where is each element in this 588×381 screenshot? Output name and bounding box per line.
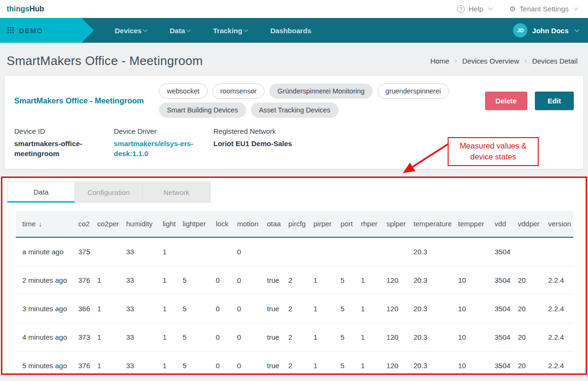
table-cell-vdd: 3504 xyxy=(488,295,511,323)
table-cell-tempper xyxy=(451,237,488,266)
breadcrumb-item-devices-overview[interactable]: Devices Overview xyxy=(462,57,519,65)
table-cell-lock xyxy=(209,237,230,266)
column-header-version[interactable]: version xyxy=(542,211,573,237)
device-tag-asset-tracking-devices[interactable]: Asset Tracking Devices xyxy=(251,102,339,118)
table-cell-pircfg: 2 xyxy=(282,323,307,352)
table-cell-vdd: 3504 xyxy=(488,237,511,266)
column-header-pircfg[interactable]: pircfg xyxy=(282,211,307,237)
table-cell-co2per: 1 xyxy=(91,266,119,295)
main-navbar: DEMO DevicesDataTrackingDashboards JD Jo… xyxy=(0,18,588,43)
device-name: SmartMakers Office - Meetingroom xyxy=(14,95,159,106)
breadcrumb-item-devices-detail[interactable]: Devices Detail xyxy=(532,57,578,65)
tenant-settings-label: Tenant Settings xyxy=(520,5,569,13)
table-cell-humidity: 33 xyxy=(119,266,156,295)
column-header-lightper[interactable]: lightper xyxy=(176,211,209,237)
device-tag-roomsensor[interactable]: roomsensor xyxy=(212,84,265,99)
column-header-co2per[interactable]: co2per xyxy=(91,211,119,237)
column-header-otaa[interactable]: otaa xyxy=(260,211,282,237)
column-header-splper[interactable]: splper xyxy=(380,211,407,237)
tab-network[interactable]: Network xyxy=(143,182,211,203)
breadcrumb-item-home[interactable]: Home xyxy=(430,57,449,65)
app-logo[interactable]: thingsHub xyxy=(7,5,44,13)
user-menu[interactable]: JD John Docs xyxy=(513,23,579,37)
table-cell-lightper: 5 xyxy=(176,266,209,295)
nav-item-devices[interactable]: Devices xyxy=(115,27,147,35)
column-header-humidity[interactable]: humidity xyxy=(119,211,156,237)
chevron-down-icon xyxy=(488,6,493,10)
column-header-port[interactable]: port xyxy=(334,211,354,237)
table-cell-lock: 0 xyxy=(209,323,230,352)
table-cell-co2: 373 xyxy=(72,323,91,352)
annotation-callout: Measured values & device states xyxy=(448,137,539,166)
column-header-lock[interactable]: lock xyxy=(209,211,230,237)
measurements-table: time↓co2co2perhumiditylightlightperlockm… xyxy=(16,211,573,375)
device-tag-gr-nderspinnerei-monitoring[interactable]: Gründerspinnerei Monitoring xyxy=(269,84,373,99)
nav-item-data[interactable]: Data xyxy=(170,27,191,35)
column-header-co2[interactable]: co2 xyxy=(72,211,91,237)
column-header-vdd[interactable]: vdd xyxy=(488,211,511,237)
table-cell-time: 3 minutes ago xyxy=(16,295,72,323)
column-header-vddper[interactable]: vddper xyxy=(511,211,542,237)
device-tag-websocket[interactable]: websocket xyxy=(159,84,208,99)
table-cell-vddper: 20 xyxy=(511,266,542,295)
help-menu[interactable]: ? Help xyxy=(457,5,492,13)
device-field-device-id: Device IDsmartmakers-office-meetingroom xyxy=(14,127,114,158)
table-cell-pirper: 1 xyxy=(307,266,334,295)
table-cell-co2per: 1 xyxy=(91,323,119,352)
table-cell-splper: 120 xyxy=(380,295,407,323)
table-cell-pirper: 1 xyxy=(307,352,334,375)
annotation-text-line1: Measured values & xyxy=(450,140,537,151)
tenant-settings-menu[interactable]: ⚙ Tenant Settings xyxy=(509,5,578,13)
table-cell-version: 2.2.4 xyxy=(542,295,573,323)
column-header-temperature[interactable]: temperature xyxy=(407,211,451,237)
table-cell-rhper: 1 xyxy=(354,266,380,295)
device-tag-smart-building-devices[interactable]: Smart Building Devices xyxy=(159,102,246,118)
table-cell-motion: 0 xyxy=(230,295,260,323)
table-cell-time: 2 minutes ago xyxy=(16,266,72,295)
table-cell-rhper: 1 xyxy=(354,295,380,323)
breadcrumb-separator: › xyxy=(454,56,457,65)
column-header-rhper[interactable]: rhper xyxy=(354,211,380,237)
edit-button[interactable]: Edit xyxy=(535,92,574,110)
table-cell-vddper: 20 xyxy=(511,323,542,352)
device-tags: websocketroomsensorGründerspinnerei Moni… xyxy=(159,84,462,118)
table-cell-humidity: 33 xyxy=(119,295,156,323)
tab-configuration[interactable]: Configuration xyxy=(75,182,143,203)
user-name: John Docs xyxy=(532,27,569,35)
table-cell-time: 5 minutes ago xyxy=(16,352,72,375)
nav-item-dashboards[interactable]: Dashboards xyxy=(270,27,312,35)
column-header-pirper[interactable]: pirper xyxy=(307,211,334,237)
table-cell-pircfg xyxy=(282,237,307,266)
table-cell-temperature: 20.3 xyxy=(407,295,451,323)
nav-item-tracking[interactable]: Tracking xyxy=(213,27,248,35)
column-header-light[interactable]: light xyxy=(156,211,176,237)
table-cell-light: 1 xyxy=(156,323,176,352)
column-header-motion[interactable]: motion xyxy=(230,211,260,237)
table-cell-co2: 375 xyxy=(72,237,91,266)
chevron-down-icon xyxy=(243,27,248,32)
column-header-time[interactable]: time↓ xyxy=(16,211,72,237)
table-cell-temperature: 20.3 xyxy=(407,266,451,295)
table-cell-pirper xyxy=(307,237,334,266)
table-cell-otaa: true xyxy=(260,295,282,323)
table-cell-vdd: 3504 xyxy=(488,352,511,375)
table-cell-vdd: 3504 xyxy=(488,266,511,295)
tab-data[interactable]: Data xyxy=(7,182,75,203)
field-value[interactable]: smartmakers/elsys-ers-desk:1.1.0 xyxy=(114,139,197,158)
device-tag-gruenderspinnerei[interactable]: gruenderspinnerei xyxy=(377,84,449,99)
table-row: 5 minutes ago3761331500true215112020.310… xyxy=(16,352,573,375)
delete-button[interactable]: Delete xyxy=(485,92,527,110)
table-row: 2 minutes ago3761331500true215112020.310… xyxy=(16,266,573,295)
table-cell-vdd: 3504 xyxy=(488,323,511,352)
table-cell-splper xyxy=(380,237,407,266)
table-cell-pirper: 1 xyxy=(307,295,334,323)
field-value: smartmakers-office-meetingroom xyxy=(14,139,97,158)
table-cell-tempper: 10 xyxy=(451,323,488,352)
table-cell-co2: 376 xyxy=(72,352,91,375)
column-header-tempper[interactable]: tempper xyxy=(451,211,488,237)
table-cell-lock: 0 xyxy=(209,266,230,295)
table-cell-motion: 0 xyxy=(230,266,260,295)
workspace-selector[interactable]: DEMO xyxy=(0,18,94,43)
sort-desc-icon: ↓ xyxy=(38,220,42,228)
table-cell-otaa: true xyxy=(260,352,282,375)
